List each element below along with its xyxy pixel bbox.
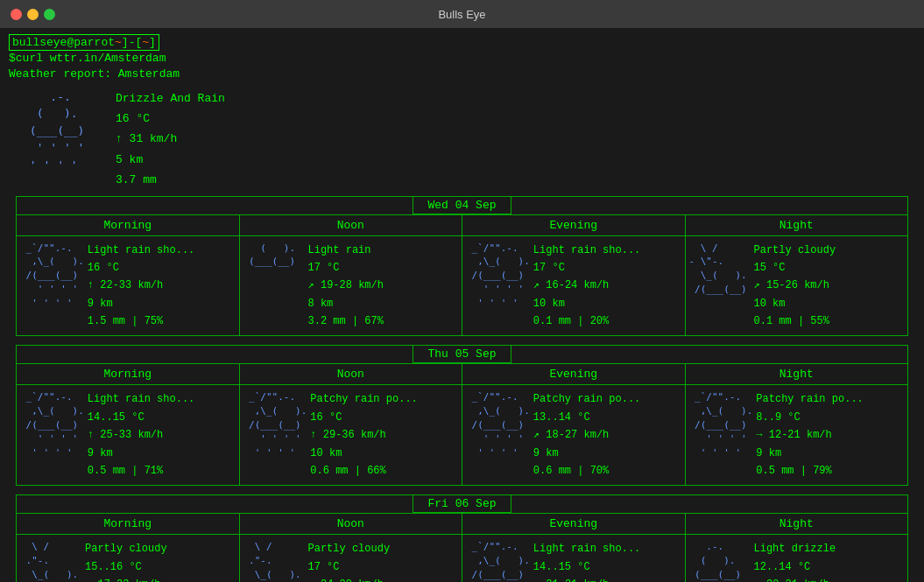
day-header-row-thu: Thu 05 Sep [17,346,907,364]
period-content: _`/"".-. ,\_( ). /(___(__) ' ' ' ' ' ' '… [686,385,908,485]
prompt-line: bullseye@parrot~]-[~] [9,35,915,51]
period-wed-night: Night \ / - \"-. \_( ). /(___(__) Partly… [686,215,908,336]
period-ascii: _`/"".-. ,\_( ). /(___(__) ' ' ' ' ' ' '… [243,390,307,480]
period-fri-evening: Evening _`/"".-. ,\_( ). /(___(__) ' ' '… [462,514,686,582]
periods-row-wed: Morning _`/"".-. ,\_( ). /(___(__) ' ' '… [17,214,907,336]
minimize-button[interactable] [27,9,39,20]
current-vis: 5 km [116,150,225,170]
period-header: Evening [462,215,685,236]
period-header: Noon [240,514,462,535]
period-ascii: _`/"".-. ,\_( ). /(___(__) ' ' ' ' ' ' '… [20,242,84,331]
weather-header-line: Weather report: Amsterdam [9,67,915,82]
period-data: Light rain sho... 17 °C ↗ 16-24 km/h 10 … [533,242,681,331]
day-section-fri: Fri 06 Sep Morning \ / ."-. \_( ). /( ) … [16,494,908,582]
terminal-area: bullseye@parrot~]-[~] $curl wttr.in/Amst… [0,28,924,582]
current-weather: .-. ( ). (___(__) ' ' ' ' ' ' ' ' Drizzl… [23,88,915,191]
period-data: Patchy rain po... 13..14 °C ↗ 18-27 km/h… [533,390,681,480]
period-thu-night: Night _`/"".-. ,\_( ). /(___(__) ' ' ' '… [686,364,908,485]
title-bar: Bulls Eye [0,0,924,28]
forecast-sections: Wed 04 Sep Morning _`/"".-. ,\_( ). /(__… [9,196,915,582]
period-ascii: \ / - \"-. \_( ). /(___(__) [689,242,751,331]
prompt-suffix: ~ [115,36,122,49]
period-ascii: \ / ."-. \_( ). /( ) [243,540,305,582]
period-content: _`/"".-. ,\_( ). /(___(__) ' ' ' ' ' ' '… [240,385,462,485]
period-thu-morning: Morning _`/"".-. ,\_( ). /(___(__) ' ' '… [17,364,240,485]
period-data: Light drizzle 12..14 °C ↗ 20-31 km/h 5 k… [754,540,905,582]
period-header: Noon [240,215,462,236]
period-data: Light rain sho... 16 °C ↑ 22-33 km/h 9 k… [88,242,236,331]
current-weather-desc: Drizzle And Rain 16 °C ↑ 31 km/h 5 km 3.… [116,88,225,191]
period-header: Morning [17,215,239,236]
maximize-button[interactable] [44,9,55,20]
period-ascii: _`/"".-. ,\_( ). /(___(__) ' ' ' ' ' ' '… [466,242,530,331]
period-ascii: _`/"".-. ,\_( ). /(___(__) ' ' ' ' ' ' '… [466,540,530,582]
period-content: \ / ."-. \_( ). /( ) Partly cloudy 17 °C… [240,535,462,582]
periods-row-thu: Morning _`/"".-. ,\_( ). /(___(__) ' ' '… [17,363,907,485]
period-ascii: .-. ( ). (___(__) [689,540,751,582]
period-content: .-. ( ). (___(__) Light drizzle 12..14 °… [686,535,908,582]
day-section-thu: Thu 05 Sep Morning _`/"".-. ,\_( ). /(__… [16,345,908,486]
period-header: Night [686,514,908,535]
day-header-row-wed: Wed 04 Sep [17,197,907,215]
period-content: _`/"".-. ,\_( ). /(___(__) ' ' ' ' ' ' '… [17,385,239,485]
day-label-fri: Fri 06 Sep [413,494,511,513]
day-section-wed: Wed 04 Sep Morning _`/"".-. ,\_( ). /(__… [16,196,908,337]
period-content: \ / - \"-. \_( ). /(___(__) Partly cloud… [686,236,908,336]
period-fri-morning: Morning \ / ."-. \_( ). /( ) Partly clou… [17,514,240,582]
period-thu-noon: Noon _`/"".-. ,\_( ). /(___(__) ' ' ' ' … [240,364,463,485]
period-header: Night [686,364,908,385]
period-data: Light rain 17 °C ↗ 19-28 km/h 8 km 3.2 m… [308,242,459,331]
period-data: Partly cloudy 17 °C ↗ 24-29 km/h 10 km [308,540,459,582]
current-desc: Drizzle And Rain [116,88,225,109]
period-fri-noon: Noon \ / ."-. \_( ). /( ) Partly cloudy … [240,514,463,582]
period-content: \ / ."-. \_( ). /( ) Partly cloudy 15..1… [17,535,239,582]
period-header: Evening [462,514,685,535]
current-wind: ↑ 31 km/h [116,129,225,149]
prompt-box: bullseye@parrot~]-[~] [9,34,159,51]
period-content: ( ). (___(__) Light rain 17 °C ↗ 19-28 k… [240,236,462,336]
period-data: Patchy rain po... 16 °C ↑ 29-36 km/h 10 … [310,390,458,480]
periods-row-fri: Morning \ / ."-. \_( ). /( ) Partly clou… [17,513,907,582]
period-header: Evening [462,364,685,385]
command-line: $curl wttr.in/Amsterdam [9,51,915,67]
day-header-row-fri: Fri 06 Sep [17,495,907,514]
period-ascii: _`/"".-. ,\_( ). /(___(__) ' ' ' ' ' ' '… [20,390,84,480]
period-ascii: _`/"".-. ,\_( ). /(___(__) ' ' ' ' ' ' '… [689,390,753,480]
period-content: _`/"".-. ,\_( ). /(___(__) ' ' ' ' ' ' '… [17,236,239,336]
period-content: _`/"".-. ,\_( ). /(___(__) ' ' ' ' ' ' '… [462,385,685,485]
period-header: Noon [240,364,462,385]
period-content: _`/"".-. ,\_( ). /(___(__) ' ' ' ' ' ' '… [462,236,685,336]
period-header: Morning [17,514,239,535]
period-wed-noon: Noon ( ). (___(__) Light rain 17 °C ↗ 19… [240,215,463,336]
period-ascii: ( ). (___(__) [243,242,305,331]
command-text: $curl wttr.in/Amsterdam [9,52,166,65]
day-label-wed: Wed 04 Sep [413,196,511,214]
period-fri-night: Night .-. ( ). (___(__) Light drizzle 12… [686,514,908,582]
window-title: Bulls Eye [438,8,485,21]
period-data: Partly cloudy 15..16 °C ↗ 17-23 km/h 10 … [85,540,236,582]
period-wed-evening: Evening _`/"".-. ,\_( ). /(___(__) ' ' '… [462,215,686,336]
period-header: Morning [17,364,239,385]
prompt-user: bullseye@parrot [12,36,115,49]
close-button[interactable] [11,9,22,20]
period-data: Patchy rain po... 8..9 °C → 12-21 km/h 9… [756,390,904,480]
period-data: Light rain sho... 14..15 °C ↑ 25-33 km/h… [88,390,236,480]
weather-header: Weather report: Amsterdam [9,67,180,81]
day-label-thu: Thu 05 Sep [413,345,511,363]
current-weather-ascii: .-. ( ). (___(__) ' ' ' ' ' ' ' ' [23,88,102,174]
window-controls [11,9,55,20]
period-content: _`/"".-. ,\_( ). /(___(__) ' ' ' ' ' ' '… [462,535,685,582]
period-ascii: _`/"".-. ,\_( ). /(___(__) ' ' ' ' ' ' '… [466,390,530,480]
period-data: Partly cloudy 15 °C ↗ 15-26 km/h 10 km 0… [754,242,905,331]
period-ascii: \ / ."-. \_( ). /( ) [20,540,81,582]
current-rain: 3.7 mm [116,170,225,190]
period-header: Night [686,215,908,236]
period-data: Light rain sho... 14..15 °C ↗ 21-31 km/h… [533,540,681,582]
current-temp: 16 °C [116,109,225,129]
period-wed-morning: Morning _`/"".-. ,\_( ). /(___(__) ' ' '… [17,215,240,336]
period-thu-evening: Evening _`/"".-. ,\_( ). /(___(__) ' ' '… [462,364,686,485]
